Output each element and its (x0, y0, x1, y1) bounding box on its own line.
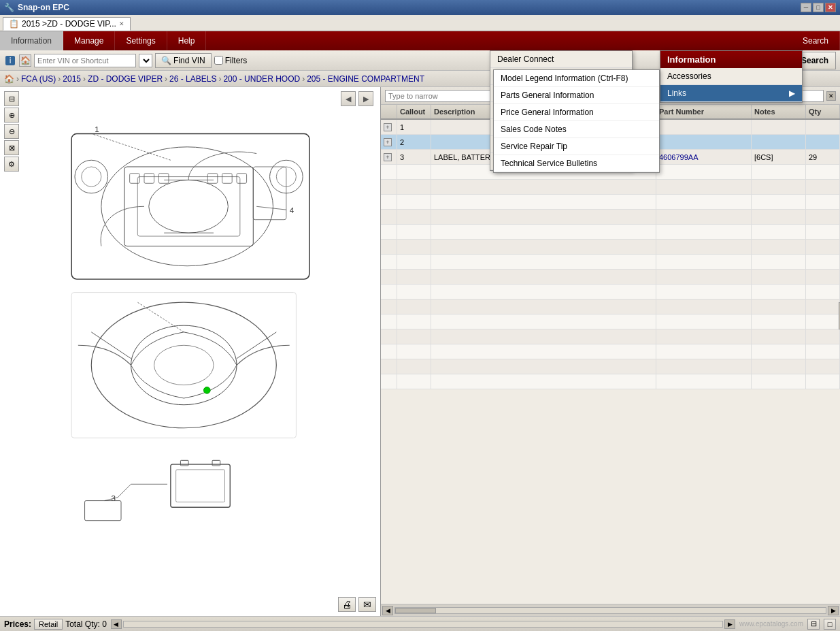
svg-text:1: 1 (95, 125, 99, 133)
menu-item-help[interactable]: Help (167, 31, 207, 50)
col-header-part-number: Part Number (656, 105, 752, 118)
row3-expand[interactable]: + (381, 150, 397, 164)
row1-plus-button[interactable]: + (384, 123, 392, 131)
toolbar-icon: i (4, 54, 16, 67)
app-icon: 🔧 (4, 3, 14, 12)
row1-part-number (656, 120, 752, 134)
tab-main[interactable]: 📋 2015 >ZD - DODGE VIP... ✕ (3, 17, 131, 31)
next-diagram-button[interactable]: ▶ (358, 91, 373, 106)
menu-bar: Information Manage Settings Help Search … (0, 31, 840, 50)
submenu-model-legend[interactable]: Model Legend Information (Ctrl-F8) (494, 70, 659, 87)
find-vin-button[interactable]: 🔍 Find VIN (155, 53, 212, 68)
breadcrumb-home-icon[interactable]: 🏠 (4, 74, 14, 84)
print-button[interactable]: 🖨 (338, 597, 356, 612)
scroll-right-status[interactable]: ▶ (724, 619, 735, 629)
row1-notes (752, 120, 806, 134)
menu-item-settings[interactable]: Settings (115, 31, 167, 50)
menu-item-manage[interactable]: Manage (63, 31, 115, 50)
breadcrumb-200-under-hood[interactable]: 200 - UNDER HOOD (223, 74, 300, 84)
row1-expand[interactable]: + (381, 120, 397, 134)
filters-checkbox[interactable] (214, 56, 223, 65)
tab-close-icon[interactable]: ✕ (119, 20, 124, 27)
menu-search-button[interactable]: Search (792, 31, 840, 50)
svg-point-25 (91, 302, 276, 428)
information-dropdown: Information Accessories Links ▶ Model Le… (660, 50, 803, 103)
svg-rect-5 (137, 176, 240, 236)
breadcrumb-26-labels[interactable]: 26 - LABELS (169, 74, 216, 84)
link-dealer-connect[interactable]: Dealer Connect (490, 51, 632, 68)
breadcrumb-zd-dodge[interactable]: ZD - DODGE VIPER (88, 74, 163, 84)
svg-rect-14 (207, 173, 218, 183)
breadcrumb-2015[interactable]: 2015 (63, 74, 81, 84)
title-bar-left: 🔧 Snap-on EPC (4, 3, 69, 12)
main-content: ⊟ ⊕ ⊖ ⊠ ⚙ ◀ ▶ (0, 87, 840, 616)
retail-button[interactable]: Retail (34, 619, 63, 630)
row1-callout: 1 (397, 120, 431, 134)
row3-part-number[interactable]: 4606799AA (656, 150, 752, 164)
horizontal-scrollbar[interactable]: ◀ ▶ (381, 604, 840, 616)
tab-icon: 📋 (9, 19, 19, 29)
info-links[interactable]: Links ▶ (660, 85, 802, 102)
svg-point-27 (154, 345, 213, 385)
submenu-sales-code[interactable]: Sales Code Notes (494, 121, 659, 138)
minimize-button[interactable]: ─ (801, 3, 811, 12)
parts-table: Callout Description Part Number Notes Qt… (381, 105, 840, 604)
prev-diagram-button[interactable]: ◀ (341, 91, 356, 106)
row1-qty (806, 120, 840, 134)
submenu-service-repair[interactable]: Service Repair Tip (494, 138, 659, 155)
submenu-parts-general[interactable]: Parts General Information (494, 87, 659, 104)
settings-tool[interactable]: ⚙ (4, 157, 19, 172)
vin-input[interactable] (34, 54, 136, 67)
svg-point-30 (203, 387, 210, 393)
status-middle: ◀ ▶ (111, 619, 735, 629)
submenu-price-general[interactable]: Price General Information (494, 104, 659, 121)
menu-item-information[interactable]: Information (0, 31, 63, 50)
scroll-left-status[interactable]: ◀ (111, 619, 122, 629)
select-tool[interactable]: ⊠ (4, 140, 19, 155)
zoom-out-tool[interactable]: ⊖ (4, 124, 19, 139)
col-header-expand (381, 105, 397, 118)
info-accessories[interactable]: Accessories (660, 68, 802, 85)
scroll-left-button[interactable]: ◀ (382, 606, 393, 615)
table-row (381, 210, 840, 225)
scroll-thumb[interactable] (395, 608, 436, 613)
submenu-technical-bulletins[interactable]: Technical Service Bulletins (494, 155, 659, 172)
diagram-svg: 1 4 (34, 120, 347, 583)
status-icon-btn-2[interactable]: □ (824, 619, 836, 630)
row2-expand[interactable]: + (381, 135, 397, 149)
col-header-qty: Qty (806, 105, 840, 118)
table-row (381, 300, 840, 314)
diagram-area: 1 4 (0, 87, 380, 616)
vin-dropdown[interactable]: ▼ (139, 54, 152, 67)
row3-callout: 3 (397, 150, 431, 164)
filter-clear-button[interactable]: ✕ (826, 91, 836, 101)
links-right-submenu: Model Legend Information (Ctrl-F8) Parts… (493, 69, 660, 173)
tab-bar: 📋 2015 >ZD - DODGE VIP... ✕ (0, 15, 840, 31)
table-row (381, 255, 840, 270)
table-row (381, 180, 840, 195)
row3-plus-button[interactable]: + (384, 153, 392, 161)
row2-notes (752, 135, 806, 149)
status-scroll-track[interactable] (123, 621, 723, 628)
svg-line-31 (137, 302, 184, 332)
email-button[interactable]: ✉ (358, 597, 376, 612)
maximize-button[interactable]: □ (813, 3, 824, 12)
app-title: Snap-on EPC (18, 3, 69, 12)
zoom-in-tool[interactable]: ⊕ (4, 108, 19, 123)
left-panel-tools: ⊟ ⊕ ⊖ ⊠ ⚙ (4, 91, 19, 172)
table-row (381, 359, 840, 374)
breadcrumb-fca[interactable]: FCA (US) (21, 74, 56, 84)
scroll-right-button[interactable]: ▶ (828, 606, 839, 615)
row2-plus-button[interactable]: + (384, 138, 392, 146)
home-button[interactable]: 🏠 (19, 54, 31, 67)
close-button[interactable]: ✕ (825, 3, 836, 12)
panel-nav: ◀ ▶ (341, 91, 373, 106)
table-row (381, 374, 840, 389)
title-bar-controls[interactable]: ─ □ ✕ (801, 3, 836, 12)
breadcrumb-205-engine[interactable]: 205 - ENGINE COMPARTMENT (307, 74, 424, 84)
fit-tool[interactable]: ⊟ (4, 91, 19, 106)
watermark-text: www.epcatalogs.com (739, 620, 803, 628)
svg-point-16 (75, 160, 108, 193)
scroll-track[interactable] (394, 607, 826, 614)
status-icon-btn-1[interactable]: ⊟ (807, 619, 820, 630)
